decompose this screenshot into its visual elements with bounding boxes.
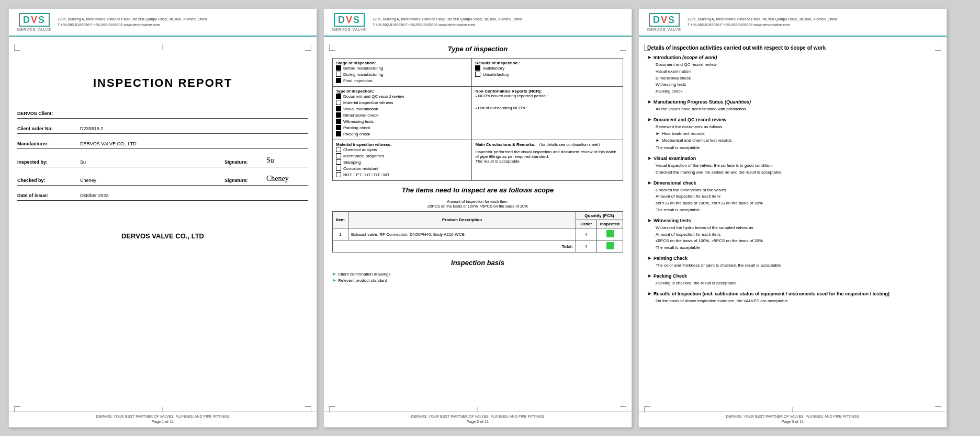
checkbox-filled (336, 65, 341, 71)
section-heading-doc: ➤ Document and QC record review (647, 117, 938, 122)
conclusions-label: Main Conclusions & Remarks: （for details… (475, 142, 619, 147)
section-results: ➤ Results of Inspection (incl. calibrati… (647, 291, 938, 305)
scope-note: Amount of inspection for each item: ≤5PC… (332, 199, 623, 209)
type-item-1: Material inspection witness (336, 100, 468, 105)
total-inspected (597, 240, 623, 253)
wit-line-1: Amount of inspection for each item: (656, 232, 938, 238)
inspected-name: Su (80, 159, 224, 165)
basis-title: Inspection basis (332, 259, 623, 267)
col-qty: Quantity (PCS) (576, 212, 623, 220)
item-order-qty: 4 (576, 228, 597, 240)
chevron-icon: ➤ (647, 256, 651, 261)
mat-item-1: Mechanical properties (336, 153, 468, 158)
type-item-2: Visual examination (336, 106, 468, 111)
intro-line-0: Document and QC record review (656, 62, 938, 68)
heading-text: Packing Check (654, 273, 687, 279)
date-value: October 2023 (80, 193, 308, 198)
logo-name: DERVOS VALVE (647, 28, 681, 31)
intro-line-3: Witnessing tests (656, 82, 938, 88)
checkbox-filled (336, 94, 341, 99)
ncr-label: Non Conformities Reports (NCR): (475, 89, 619, 94)
scope-section: The items need to inspect are as follows… (332, 186, 623, 253)
material-label: Material inspection witness: (336, 142, 468, 147)
mat-item-3: Corrosion resistant (336, 166, 468, 171)
header-contact: 1205, Building A, International Finance … (58, 17, 207, 28)
heading-text: Results of Inspection (incl. calibration… (654, 291, 889, 296)
footer-text: DERVOS, YOUR BEST PARTNER OF VALVES, FLA… (647, 415, 938, 418)
page-3: DVS DERVOS VALVE 1205, Building A, Inter… (638, 8, 947, 428)
footer-text: DERVOS, YOUR BEST PARTNER OF VALVES, FLA… (332, 415, 623, 418)
section-introduction-body: Document and QC record review Visual exa… (656, 62, 938, 95)
logo-name: DERVOS VALVE (17, 28, 51, 31)
logo-area: DVS DERVOS VALVE (17, 13, 51, 31)
chevron-icon: ➤ (647, 180, 651, 186)
section-painting-body: The color and thickness of paint is chec… (656, 262, 938, 269)
corner-br (620, 406, 626, 412)
page1-content: INSPECTION REPORT DERVOS Client: Client … (9, 37, 317, 411)
page2-header: DVS DERVOS VALVE 1205, Building A, Inter… (324, 9, 632, 37)
corner-tr (620, 44, 626, 51)
type-item-5: Painting check (336, 125, 468, 130)
heading-text: Visual examination (654, 156, 696, 161)
stage-item-1-label: During manufacturing (343, 72, 383, 77)
checkbox-filled (475, 65, 480, 71)
type-dim-label: Dimensional check (343, 113, 378, 118)
section-doc-qc: ➤ Document and QC record review Reviewed… (647, 117, 938, 152)
mat-ndt-label: NDT: □PT □UT □RT □MT (343, 173, 390, 177)
type-item-4: Witnessing tests (336, 119, 468, 124)
corner-tr (935, 44, 941, 51)
mat-item-4: NDT: □PT □UT □RT □MT (336, 172, 468, 177)
order-label: Client order No: (17, 126, 80, 131)
manufacturer-label: Manufacturer: (17, 141, 80, 146)
section-doc-body: Reviewed the documents as follows; ► Hea… (656, 124, 938, 152)
ncr-text: • NCR's issued during reported period : (475, 94, 619, 98)
total-label: Total: (333, 240, 576, 253)
stage-item-2-label: Final inspection (343, 78, 373, 83)
arrow-icon: ➤ (332, 278, 336, 283)
checked-label: Checked by: (17, 178, 80, 183)
page2-content: Type of inspection Stage of inspection: … (324, 37, 632, 411)
type-wit-label: Witnessing tests (343, 119, 374, 124)
mat-mech-label: Mechanical properties (343, 154, 384, 158)
visual-line-0: Visual inspection of the valves, the sur… (656, 163, 938, 169)
wit-line-0: Witnessed the hydro testes of the sample… (656, 225, 938, 232)
ncr-outstanding: • List of outstanding NCR's : (475, 106, 619, 110)
mfg-line-0: All the valves have been finished with p… (656, 106, 938, 113)
type-mat-label: Material inspection witness (343, 100, 393, 105)
section-dimensional: ➤ Dimensional check Checked the dimensio… (647, 180, 938, 214)
header-contact: 1205, Building A, International Finance … (688, 17, 837, 28)
results-label: Results of inspection : (475, 61, 619, 65)
logo-area: DVS DERVOS VALVE (647, 13, 681, 31)
type-doc-label: Document and QC record review (343, 94, 404, 99)
checkbox-empty (336, 172, 341, 177)
inspected-signature: Su (266, 156, 308, 165)
stage-item-2: Final inspection (336, 78, 468, 83)
page-num: Page 3 of 11 (647, 419, 938, 424)
checkbox-filled (336, 78, 341, 83)
type-paint-label: Painting check (343, 125, 370, 130)
mat-corr-label: Corrosion resistant (343, 166, 378, 171)
section-visual-body: Visual inspection of the valves, the sur… (656, 163, 938, 176)
company-name: DERVOS VALVE CO., LTD (17, 232, 308, 240)
checkbox-empty (475, 72, 480, 77)
corner-bl (14, 406, 20, 412)
dim-line-0: Checked the dimensions of the valves . (656, 187, 938, 194)
checkbox-filled (336, 106, 341, 111)
chevron-icon: ➤ (647, 218, 651, 223)
type-pack-label: Packing check (343, 132, 370, 136)
section-heading-packing: ➤ Packing Check (647, 273, 938, 279)
page3-content: Details of inspection activities carried… (639, 37, 947, 411)
type-item-0: Document and QC record review (336, 94, 468, 99)
page-1: DVS DERVOS VALVE 1205, Building A, Inter… (8, 8, 317, 428)
section-introduction: ➤ Introduction (scope of work) Document … (647, 55, 938, 95)
checkbox-empty (336, 159, 341, 165)
logo-dvs: DVS (334, 13, 365, 27)
center-tick-bottom (163, 407, 163, 412)
chevron-icon: ➤ (647, 99, 651, 105)
green-status (606, 230, 614, 237)
manufacturer-value: DERVOS VALVE CO., LTD (80, 141, 308, 146)
info-table: DERVOS Client: Client order No: D230815-… (17, 111, 308, 201)
section-heading-painting: ➤ Painting Check (647, 256, 938, 261)
checkbox-empty (336, 147, 341, 152)
checked-signature: Cheney (266, 175, 308, 183)
